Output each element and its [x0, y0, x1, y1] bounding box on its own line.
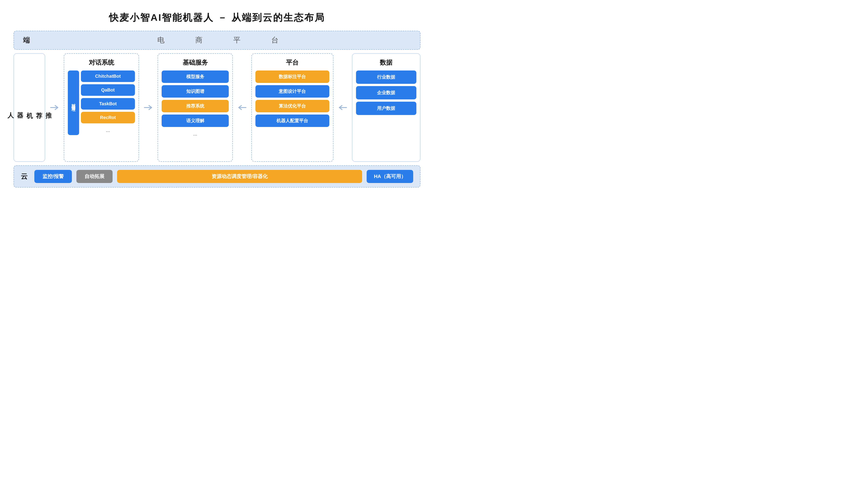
robot-label: 推荐机器人: [6, 107, 53, 108]
service-box: 基础服务 模型服务 知识图谱 推荐系统 语义理解 ...: [158, 53, 233, 162]
platform-box: 平台 数据标注平台 意图设计平台 算法优化平台 机器人配置平台: [251, 53, 333, 162]
platform-buttons: 数据标注平台 意图设计平台 算法优化平台 机器人配置平台: [255, 70, 329, 127]
bottom-band: 云 监控/报警 自动拓展 资源动态调度管理/容器化 HA（高可用）: [13, 165, 421, 188]
data-btn-industry: 行业数据: [356, 70, 416, 84]
dialog-box: 对话系统 对话管理 ChitchatBot QaBot TaskBot RecR…: [64, 53, 139, 162]
manage-label: 对话管理: [71, 100, 76, 105]
dialog-inner: 对话管理 ChitchatBot QaBot TaskBot RecRot ..…: [68, 70, 135, 135]
dialog-btn-recrot: RecRot: [81, 112, 135, 123]
service-title: 基础服务: [183, 58, 208, 67]
middle-section: 推荐机器人 对话系统 对话管理 ChitchatBot QaBot: [13, 53, 421, 162]
dialog-btn-qabot: QaBot: [81, 84, 135, 96]
dialog-title: 对话系统: [89, 58, 114, 67]
platform-btn-annotation: 数据标注平台: [255, 70, 329, 83]
dialog-btn-chitchatbot: ChitchatBot: [81, 70, 135, 82]
dialog-btn-taskbot: TaskBot: [81, 98, 135, 109]
service-buttons: 模型服务 知识图谱 推荐系统 语义理解 ...: [162, 70, 229, 139]
arrow-left-2: [337, 53, 348, 162]
cloud-btn-ha: HA（高可用）: [367, 170, 413, 183]
main-wrapper: 端 电 商 平 台 推荐机器人 对话系统 对话管理: [13, 31, 421, 188]
cloud-label: 云: [21, 172, 28, 181]
cloud-btn-resource: 资源动态调度管理/容器化: [117, 170, 362, 183]
platform-title: 平台: [286, 58, 299, 67]
robot-box: 推荐机器人: [13, 53, 45, 162]
service-btn-recommend: 推荐系统: [162, 100, 229, 112]
service-btn-knowledge: 知识图谱: [162, 85, 229, 98]
data-buttons: 行业数据 企业数据 用户数据: [356, 70, 416, 115]
page-container: 快麦小智AI智能机器人 － 从端到云的生态布局 端 电 商 平 台 推荐机器人 …: [13, 11, 421, 233]
top-band-center-label: 电 商 平 台: [30, 35, 411, 45]
data-box: 数据 行业数据 企业数据 用户数据: [352, 53, 421, 162]
top-band: 端 电 商 平 台: [13, 31, 421, 50]
cloud-btn-expand: 自动拓展: [76, 170, 113, 183]
service-btn-semantic: 语义理解: [162, 115, 229, 127]
data-btn-user: 用户数据: [356, 102, 416, 115]
dialog-btn-more: ...: [81, 126, 135, 135]
top-band-left-label: 端: [23, 36, 30, 45]
service-btn-model: 模型服务: [162, 70, 229, 83]
platform-btn-intent: 意图设计平台: [255, 85, 329, 98]
data-btn-enterprise: 企业数据: [356, 86, 416, 99]
platform-btn-robot-config: 机器人配置平台: [255, 115, 329, 127]
page-title: 快麦小智AI智能机器人 － 从端到云的生态布局: [109, 11, 325, 24]
arrow-right-1: [49, 53, 60, 162]
cloud-btn-monitor: 监控/报警: [34, 170, 72, 183]
dialog-buttons: ChitchatBot QaBot TaskBot RecRot ...: [81, 70, 135, 135]
data-title: 数据: [380, 58, 393, 67]
platform-btn-algo: 算法优化平台: [255, 100, 329, 112]
arrow-left-1: [237, 53, 248, 162]
dialog-manage-col: 对话管理: [68, 70, 79, 135]
arrow-right-2: [143, 53, 154, 162]
service-btn-more: ...: [162, 129, 229, 139]
